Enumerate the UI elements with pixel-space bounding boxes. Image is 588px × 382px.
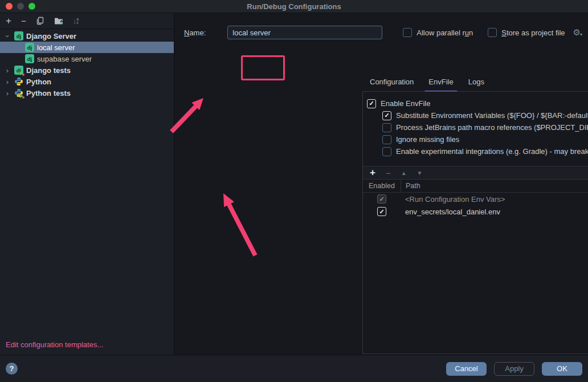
ignore-missing-files-checkbox[interactable]: ✓ Ignore missing files xyxy=(382,133,588,145)
name-input[interactable] xyxy=(227,26,382,39)
dialog-footer: ? Cancel Apply OK xyxy=(0,355,588,382)
experimental-integrations-checkbox[interactable]: ✓ Enable experimental integrations (e.g.… xyxy=(382,145,588,157)
checkbox-icon[interactable]: ✓ xyxy=(382,147,391,156)
django-tests-icon: dj xyxy=(14,66,23,75)
configurations-tree: › dj Django Server dj local server dj su… xyxy=(0,29,174,99)
checkbox-icon[interactable]: ✓ xyxy=(367,99,376,108)
django-icon: dj xyxy=(25,54,34,63)
apply-button: Apply xyxy=(494,362,534,376)
add-env-file-icon[interactable]: + xyxy=(370,167,375,178)
tree-item-django-tests[interactable]: › dj Django tests xyxy=(0,64,174,76)
checkbox-icon[interactable]: ✓ xyxy=(382,123,391,132)
table-row-env-secrets-file[interactable]: ✓ env_secrets/local_daniel.env .env xyxy=(363,205,588,218)
tree-item-python[interactable]: › Python xyxy=(0,76,174,87)
tab-logs[interactable]: Logs xyxy=(461,72,492,91)
checkbox-icon[interactable]: ✓ xyxy=(377,207,386,216)
django-icon: dj xyxy=(14,31,23,40)
move-up-icon[interactable]: ▲ xyxy=(401,170,407,176)
tree-item-local-server[interactable]: dj local server xyxy=(0,42,174,53)
window-title: Run/Debug Configurations xyxy=(0,2,588,11)
cancel-button[interactable]: Cancel xyxy=(446,362,487,376)
sidebar-toolbar: + − ↓ az xyxy=(0,13,174,29)
configuration-tabs: Configuration EnvFile Logs xyxy=(362,72,492,91)
titlebar: Run/Debug Configurations xyxy=(0,0,588,13)
table-row-run-config-env-vars[interactable]: ✓ <Run Configuration Env Vars> Run Confi… xyxy=(363,193,588,205)
ok-button[interactable]: OK xyxy=(542,362,582,376)
envfile-panel: ✓ Enable EnvFile ✓ Substitute Environmen… xyxy=(362,91,588,354)
store-settings-gear-icon[interactable]: ⚙▾ xyxy=(573,27,582,38)
remove-env-file-icon[interactable]: − xyxy=(386,168,391,178)
process-path-macros-checkbox[interactable]: ✓ Process JetBrains path macro reference… xyxy=(382,121,588,133)
chevron-expanded-icon[interactable]: › xyxy=(3,32,12,40)
envfile-table-header: Enabled Path Type xyxy=(363,180,588,193)
enable-envfile-checkbox[interactable]: ✓ Enable EnvFile xyxy=(367,97,588,109)
new-folder-icon[interactable] xyxy=(54,17,63,25)
help-button[interactable]: ? xyxy=(6,363,18,375)
checkbox-icon[interactable]: ✓ xyxy=(382,111,391,120)
checkbox-icon[interactable]: ✓ xyxy=(382,135,391,144)
add-configuration-icon[interactable]: + xyxy=(6,16,11,26)
checkbox-icon: ✓ xyxy=(377,194,386,204)
configurations-sidebar: + − ↓ az xyxy=(0,13,174,355)
tree-item-python-tests[interactable]: › Python tests xyxy=(0,87,174,99)
store-as-project-file-checkbox[interactable]: ✓ Store as project file ⚙▾ xyxy=(488,27,582,38)
tab-configuration[interactable]: Configuration xyxy=(362,72,421,91)
tree-item-django-server[interactable]: › dj Django Server xyxy=(0,30,174,42)
chevron-collapsed-icon[interactable]: › xyxy=(3,78,11,86)
django-icon: dj xyxy=(25,43,34,52)
python-tests-icon xyxy=(14,88,23,97)
copy-configuration-icon[interactable] xyxy=(36,17,44,25)
chevron-collapsed-icon[interactable]: › xyxy=(3,89,11,97)
name-label: Name: xyxy=(184,29,206,37)
tree-item-supabase-server[interactable]: dj supabase server xyxy=(0,53,174,64)
move-down-icon[interactable]: ▼ xyxy=(417,170,423,176)
checkbox-icon[interactable]: ✓ xyxy=(488,28,497,37)
sort-alphabetically-icon[interactable]: ↓ az xyxy=(73,17,79,25)
substitute-env-vars-checkbox[interactable]: ✓ Substitute Environment Variables (${FO… xyxy=(382,109,588,121)
edit-configuration-templates-link[interactable]: Edit configuration templates... xyxy=(0,340,174,355)
allow-parallel-run-checkbox[interactable]: ✓ Allow parallel run xyxy=(403,28,473,37)
configuration-editor: Name: ✓ Allow parallel run ✓ Store as pr… xyxy=(174,13,588,355)
run-debug-configurations-dialog: Run/Debug Configurations + − xyxy=(0,0,588,382)
remove-configuration-icon[interactable]: − xyxy=(21,17,26,25)
checkbox-icon[interactable]: ✓ xyxy=(403,28,412,37)
chevron-collapsed-icon[interactable]: › xyxy=(3,66,11,75)
tab-envfile[interactable]: EnvFile xyxy=(421,72,460,91)
envfile-table-toolbar: + − ▲ ▼ xyxy=(363,166,588,180)
python-icon xyxy=(14,77,23,86)
